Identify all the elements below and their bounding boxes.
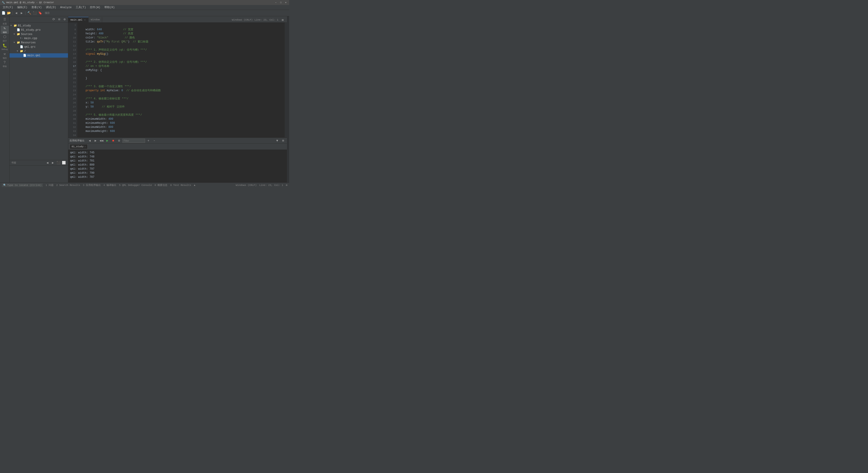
status-test[interactable]: 8 Test Results — [170, 184, 191, 187]
menu-analyze[interactable]: Analyze — [58, 5, 73, 9]
file-tree-toolbar: ⟳ ⊟ ⚙ — [9, 16, 68, 23]
status-bar: 🔍 Type to locate (Ctrl+K) 1 问题 2 Search … — [0, 183, 289, 188]
status-more[interactable]: ▲ — [194, 184, 195, 187]
bookmark-expand[interactable]: ⬛ — [56, 160, 61, 165]
toolbar-separator-1 — [12, 11, 13, 15]
status-problems[interactable]: 1 问题 — [45, 183, 54, 187]
menu-debug[interactable]: 调试(D) — [44, 5, 58, 10]
bookmark-next[interactable]: ▶ — [51, 160, 55, 165]
output-settings-btn[interactable]: ⚙ — [117, 138, 122, 143]
search-icon: 🔍 — [3, 184, 6, 187]
output-btn-1[interactable]: ◀ — [87, 138, 92, 143]
output-line-5: qml: width: 797 — [70, 167, 285, 171]
code-line-32: maximumHeight: 600 — [79, 130, 115, 133]
menu-help[interactable]: 帮助(H) — [102, 5, 117, 10]
run-debug-button[interactable]: ⬛ — [32, 11, 37, 15]
tab-window[interactable]: Window — [89, 17, 102, 22]
help-icon[interactable]: ? 帮助 — [1, 60, 9, 68]
code-line-13: signal mySig() — [79, 53, 108, 56]
tab-label: 01_study — [72, 145, 84, 148]
status-qml-debugger[interactable]: 5 QML Debugger Console — [119, 184, 152, 187]
menu-tools[interactable]: 工具(T) — [74, 5, 88, 10]
tab-mainqml[interactable]: main.qml ✕ — [68, 17, 89, 22]
status-encoding[interactable]: Windows (CRLF) — [236, 184, 256, 187]
menu-view[interactable]: 查看(V) — [30, 5, 43, 10]
status-output[interactable]: 3 应用程序输出 — [83, 183, 101, 187]
output-zoom-in[interactable]: + — [146, 138, 151, 143]
code-line-15: /*** 2. 使用自定义信号（qt: 信号与槽）***/ — [79, 61, 147, 64]
code-content[interactable]: width: 640 // 宽度 height: 480 // 高度 color… — [77, 23, 285, 137]
output-btn-3[interactable]: ◀◀ — [99, 138, 104, 143]
welcome-icon[interactable]: ⠿ 欢迎 — [1, 17, 9, 25]
output-minimize[interactable]: ▼ — [275, 138, 280, 143]
tab-close[interactable]: ✕ — [85, 146, 86, 148]
code-line-29: minimumWidth: 400 — [79, 118, 113, 121]
minimize-button[interactable]: – — [274, 1, 277, 4]
menu-controls[interactable]: 控件(W) — [88, 5, 102, 10]
forward-button[interactable]: ▶ — [19, 11, 24, 15]
output-btn-2[interactable]: ▶ — [93, 138, 98, 143]
build-button[interactable]: 🔨 — [27, 11, 32, 15]
main-layout: ⠿ 欢迎 ✎ 编辑 ⬡ 设计 🐛 Debug ⚒ 项目 ? 帮助 ⟳ — [0, 16, 289, 183]
status-overview[interactable]: 6 概要信息 — [155, 183, 167, 187]
tree-item-maincpp[interactable]: •· main.cpp — [9, 36, 68, 40]
tree-arrow-slash: ▼ — [17, 50, 20, 53]
collapse-button[interactable]: ⊟ — [57, 17, 62, 22]
tree-item-qmlqrc[interactable]: 📄 qml.qrc — [9, 45, 68, 49]
output-line-4: qml: width: 800 — [70, 163, 285, 167]
bookmark-prev[interactable]: ◀ — [45, 160, 50, 165]
locate-input[interactable]: 🔍 Type to locate (Ctrl+K) — [2, 183, 43, 187]
tree-item-pro[interactable]: 📄 01_study.pro — [9, 28, 68, 32]
output-maximize[interactable]: ⊞ — [281, 138, 285, 143]
output-tab-01study[interactable]: 01_study ✕ — [70, 144, 88, 149]
tree-item-resources[interactable]: ▼ 📁 Resources — [9, 40, 68, 45]
status-line-col[interactable]: Line: 23, Col: 1 — [259, 184, 283, 187]
window-controls[interactable]: – □ ✕ — [274, 1, 287, 4]
tree-item-sources[interactable]: ▼ 📁 Sources — [9, 32, 68, 36]
tree-label-qmlqrc: qml.qrc — [24, 45, 35, 49]
new-file-button[interactable]: 📄 — [1, 11, 6, 15]
output-zoom-out[interactable]: - — [152, 138, 157, 143]
close-button[interactable]: ✕ — [284, 1, 287, 4]
code-line-17: onMySig: { — [79, 69, 102, 72]
bookmark-button[interactable]: 🔖 — [37, 11, 42, 15]
maximize-button[interactable]: □ — [279, 1, 282, 4]
file-icon: 📄 — [17, 28, 20, 32]
open-file-button[interactable]: 📂 — [6, 11, 11, 15]
status-compile[interactable]: 4 编译输出 — [103, 183, 116, 187]
project-icon[interactable]: ⚒ 项目 — [1, 52, 9, 60]
folder-icon-resources: 📁 — [17, 41, 20, 44]
editor-scrollbar[interactable] — [285, 23, 287, 137]
tab-close-mainqml[interactable]: ✕ — [84, 19, 86, 21]
folder-icon: 📁 — [13, 24, 17, 27]
tree-label-slash: / — [24, 50, 26, 53]
cursor-position: Line: 23, Col: 1 — [254, 19, 278, 21]
output-filter-input[interactable] — [122, 139, 145, 143]
tree-arrow-sources: ▼ — [13, 33, 17, 35]
edit-icon[interactable]: ✎ 编辑 — [1, 26, 9, 34]
status-resize[interactable]: ⊞ — [286, 184, 287, 187]
debug-icon[interactable]: 🐛 Debug — [1, 43, 9, 51]
sync-button[interactable]: ⟳ — [51, 17, 56, 22]
bookmark-collapse[interactable]: ⬜ — [61, 160, 66, 165]
code-editor: 7 8 9 10 11 12 13 14 15 16 17 18 19 20 2… — [68, 23, 287, 137]
toolbar-separator-2 — [25, 11, 26, 15]
locate-label: Type to locate (Ctrl+K) — [7, 184, 41, 187]
tree-item-slash[interactable]: ▼ 📁 / — [9, 49, 68, 53]
design-icon[interactable]: ⬡ 设计 — [1, 34, 9, 42]
output-stop-btn[interactable]: ■ — [111, 138, 116, 143]
qrc-icon: 📄 — [20, 45, 24, 49]
menu-file[interactable]: 文件(F) — [1, 5, 15, 10]
status-search[interactable]: 2 Search Results — [56, 184, 80, 187]
back-button[interactable]: ◀ — [14, 11, 19, 15]
code-line-19: } — [79, 77, 87, 80]
tree-item-01study[interactable]: ▼ 📁 01_study — [9, 24, 68, 28]
tree-label-pro: 01_study.pro — [21, 28, 40, 32]
output-run-btn[interactable]: ▶ — [105, 138, 110, 143]
menu-edit[interactable]: 编辑(E) — [16, 5, 29, 10]
code-line-22: property int myValue: 0 // 会自动生成信号和槽函数 — [79, 89, 161, 92]
filter-button[interactable]: ⚙ — [62, 17, 67, 22]
right-scrollbar[interactable] — [287, 16, 289, 183]
resize-editor-button[interactable]: ⊞ — [280, 18, 285, 22]
tree-item-mainqml[interactable]: 📄 main.qml — [9, 53, 68, 58]
